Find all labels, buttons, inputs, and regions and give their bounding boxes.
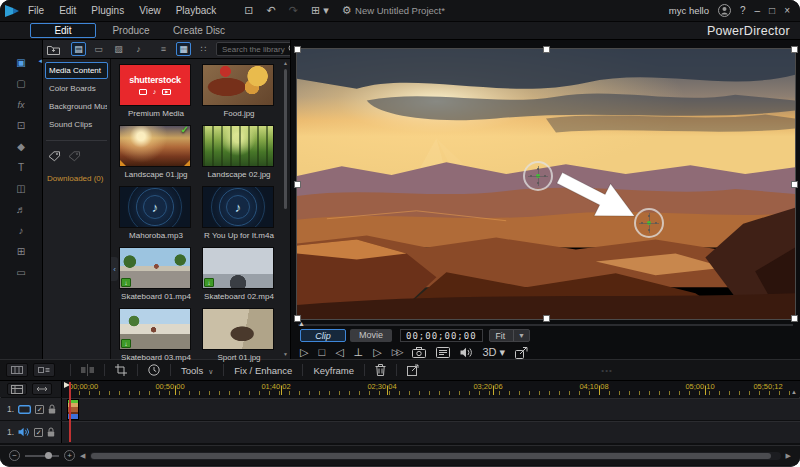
zoom-out-button[interactable]: − [9, 450, 20, 461]
storyboard-view-button[interactable] [33, 363, 55, 377]
playhead[interactable] [69, 382, 71, 442]
track-content[interactable] [62, 398, 800, 420]
tab-create-disc[interactable]: Create Disc [166, 23, 232, 38]
media-item-landscape-01-jpg[interactable]: ✓Landscape 01.jpg [119, 125, 193, 186]
effect-room-icon[interactable]: fx [0, 94, 42, 115]
zoom-in-button[interactable]: + [64, 450, 75, 461]
audio-thumbnail[interactable]: ♪ [202, 186, 274, 228]
zoom-fit-dropdown[interactable]: Fit ▼ [489, 329, 530, 342]
media-thumbnail[interactable] [202, 64, 274, 106]
fast-forward-button[interactable]: ▷▷ [392, 348, 402, 357]
zoom-slider-handle[interactable] [45, 452, 52, 459]
settings-gear-icon[interactable]: ⚙ [342, 5, 352, 16]
view-small-grid-icon[interactable]: ∷ [196, 42, 211, 56]
scroll-up-icon[interactable]: ▲ [283, 61, 288, 66]
audio-thumbnail[interactable]: ♪ [119, 186, 191, 228]
menu-playback[interactable]: Playback [176, 5, 217, 16]
motion-path-start-marker[interactable] [523, 161, 553, 191]
resize-handle[interactable] [295, 47, 300, 52]
filter-all-media-icon[interactable]: ▤ [71, 42, 86, 56]
snapshot-button[interactable] [412, 347, 426, 358]
view-grid-icon[interactable]: ▦ [176, 42, 191, 56]
resize-handle[interactable] [792, 47, 797, 52]
project-room-icon[interactable]: ▢ [0, 73, 42, 94]
select-mode-icon[interactable]: ⊡ [244, 5, 253, 16]
media-thumbnail[interactable] [202, 308, 274, 350]
preview-stage[interactable] [297, 49, 795, 319]
maximize-button[interactable]: □ [769, 6, 775, 16]
resize-handle[interactable] [792, 316, 797, 321]
minimize-button[interactable]: – [755, 6, 761, 16]
menu-plugins[interactable]: Plugins [91, 5, 124, 16]
resize-handle[interactable] [544, 316, 549, 321]
title-room-icon[interactable]: T [0, 157, 42, 178]
track-enable-checkbox[interactable]: ✓ [34, 428, 43, 437]
seek-track[interactable] [298, 324, 793, 326]
stop-button[interactable]: □ [318, 347, 325, 358]
media-item-food-jpg[interactable]: Food.jpg [202, 64, 276, 125]
media-room-icon[interactable]: ▣ [0, 52, 42, 73]
seek-handle-icon[interactable]: ▲ [298, 320, 305, 328]
workspace-layout-icon[interactable]: ⊞ ▾ [311, 5, 329, 16]
remove-tag-icon[interactable] [68, 148, 81, 166]
media-item-mahoroba-mp3[interactable]: ♪Mahoroba.mp3 [119, 186, 193, 247]
lock-icon[interactable] [48, 404, 56, 414]
downloaded-label[interactable]: Downloaded (0) [43, 168, 110, 189]
split-icon[interactable] [81, 364, 94, 376]
range-marker-button[interactable] [32, 383, 52, 395]
track-content[interactable] [62, 421, 800, 443]
add-tag-icon[interactable] [48, 148, 61, 166]
media-item-skateboard-01-mp4[interactable]: ↓Skateboard 01.mp4 [119, 247, 193, 308]
media-thumbnail[interactable]: ↓ [202, 247, 274, 289]
category-color-boards[interactable]: Color Boards [45, 80, 108, 97]
transition-room-icon[interactable]: ◫ [0, 178, 42, 199]
preview-quality-button[interactable] [436, 347, 450, 358]
media-thumbnail[interactable]: ✓ [119, 125, 191, 167]
view-list-icon[interactable]: ≡ [156, 42, 171, 56]
help-button[interactable]: ? [740, 6, 746, 16]
user-name[interactable]: myc hello [669, 5, 709, 16]
media-item-premium-media[interactable]: shutterstock♪▶Premium Media [119, 64, 193, 125]
category-background-music[interactable]: Background Music [45, 98, 108, 115]
keyframe-button[interactable]: Keyframe [313, 365, 354, 376]
clip-mode-button[interactable]: Clip [300, 329, 346, 342]
category-sound-clips[interactable]: Sound Clips [45, 116, 108, 133]
timecode-display[interactable]: 00;00;00;00 [400, 329, 483, 342]
timeline-view-button[interactable] [6, 363, 28, 377]
media-item-skateboard-03-mp4[interactable]: ↓Skateboard 03.mp4 [119, 308, 193, 369]
trash-icon[interactable] [375, 364, 386, 376]
subtitle-room-icon[interactable]: ▭ [0, 262, 42, 283]
search-input[interactable] [220, 44, 288, 55]
chapter-room-icon[interactable]: ⊞ [0, 241, 42, 262]
redo-icon[interactable]: ↷ [289, 5, 298, 16]
timeline-zoom-slider[interactable] [25, 455, 59, 457]
menu-view[interactable]: View [139, 5, 161, 16]
filter-video-icon[interactable]: ▭ [91, 42, 106, 56]
user-avatar[interactable] [718, 4, 731, 17]
voiceover-room-icon[interactable]: ♪ [0, 220, 42, 241]
volume-button[interactable] [460, 347, 473, 358]
loop-marker-button[interactable]: ⊥ [354, 347, 364, 358]
scroll-down-icon[interactable]: ▼ [283, 352, 288, 357]
particle-room-icon[interactable]: ◆ [0, 136, 42, 157]
play-button[interactable]: ▷ [300, 347, 308, 358]
close-button[interactable]: × [784, 6, 790, 16]
media-item-skateboard-02-mp4[interactable]: ↓Skateboard 02.mp4 [202, 247, 276, 308]
scroll-right-icon[interactable]: ▶ [786, 452, 791, 459]
menu-edit[interactable]: Edit [59, 5, 76, 16]
previous-frame-button[interactable]: ◁ [335, 347, 343, 358]
scrollbar-thumb[interactable] [284, 69, 287, 209]
resize-handle[interactable] [544, 47, 549, 52]
tab-produce[interactable]: Produce [98, 23, 164, 38]
media-item-sport-01-jpg[interactable]: Sport 01.jpg [202, 308, 276, 369]
media-item-landscape-02-jpg[interactable]: Landscape 02.jpg [202, 125, 276, 186]
range-select-icon[interactable] [407, 364, 420, 376]
scrollbar-thumb[interactable] [91, 453, 770, 459]
scroll-left-icon[interactable]: ◀ [80, 452, 85, 459]
resize-handle[interactable] [295, 316, 300, 321]
pip-objects-room-icon[interactable]: ⊡ [0, 115, 42, 136]
resize-handle[interactable] [295, 182, 300, 187]
resize-handle[interactable] [792, 182, 797, 187]
tab-edit[interactable]: Edit [30, 23, 96, 38]
movie-mode-button[interactable]: Movie [350, 329, 392, 342]
